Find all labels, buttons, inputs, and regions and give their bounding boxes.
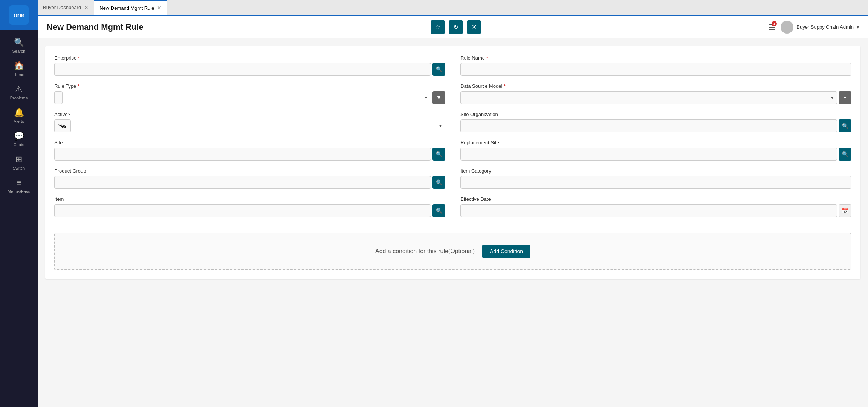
site-input-row: 🔍	[54, 148, 445, 161]
sidebar: one 🔍 Search 🏠 Home ⚠ Problems 🔔 Alerts …	[0, 0, 38, 407]
condition-prompt: Add a condition for this rule(Optional)	[375, 248, 475, 255]
rule-name-group: Rule Name *	[460, 55, 851, 76]
site-input[interactable]	[54, 148, 431, 161]
warning-icon: ⚠	[15, 84, 23, 94]
bell-icon: 🔔	[14, 108, 24, 118]
avatar	[781, 21, 793, 34]
replacement-site-group: Replacement Site 🔍	[460, 140, 851, 161]
effective-date-group: Effective Date 📅	[460, 196, 851, 217]
site-org-input-row: 🔍	[460, 119, 851, 132]
replacement-site-input-row: 🔍	[460, 148, 851, 161]
item-label: Item	[54, 196, 445, 202]
data-source-label: Data Source Model *	[460, 83, 851, 89]
sidebar-item-search[interactable]: 🔍 Search	[0, 34, 38, 57]
active-select-wrapper: Yes No	[54, 119, 445, 132]
condition-section: Add a condition for this rule(Optional) …	[54, 233, 851, 270]
site-search-button[interactable]: 🔍	[432, 148, 445, 161]
sidebar-item-home[interactable]: 🏠 Home	[0, 57, 38, 81]
close-tab-buyer-icon[interactable]: ✕	[84, 5, 89, 11]
product-group-group: Product Group 🔍	[54, 168, 445, 189]
close-button[interactable]: ✕	[467, 20, 481, 34]
home-icon: 🏠	[14, 61, 24, 71]
rule-type-select-wrapper	[54, 91, 431, 104]
product-group-search-button[interactable]: 🔍	[432, 176, 445, 189]
calendar-button[interactable]: 📅	[839, 204, 851, 217]
site-org-search-button[interactable]: 🔍	[839, 119, 851, 132]
header-bar: New Demand Mgmt Rule ☆ ↻ ✕ ☰ 1 Buyer Sup…	[38, 16, 868, 38]
form-grid: Enterprise * 🔍 Rule Name *	[54, 55, 851, 217]
enterprise-group: Enterprise * 🔍	[54, 55, 445, 76]
site-org-label: Site Organization	[460, 112, 851, 117]
form-divider	[45, 225, 860, 225]
sidebar-item-problems[interactable]: ⚠ Problems	[0, 81, 38, 104]
site-org-input[interactable]	[460, 119, 837, 132]
tab-bar: Buyer Dashboard ✕ New Demand Mgmt Rule ✕	[38, 0, 868, 16]
form-card: Enterprise * 🔍 Rule Name *	[45, 46, 860, 279]
effective-date-input-row: 📅	[460, 204, 851, 217]
item-category-label: Item Category	[460, 168, 851, 174]
user-dropdown[interactable]: Buyer Suppy Chain Admin ▾	[781, 21, 859, 34]
switch-icon: ⊞	[15, 155, 22, 164]
rule-type-input-row: ▼	[54, 91, 445, 104]
site-label: Site	[54, 140, 445, 145]
site-group: Site 🔍	[54, 140, 445, 161]
close-tab-demand-icon[interactable]: ✕	[157, 5, 162, 11]
replacement-site-label: Replacement Site	[460, 140, 851, 145]
rule-type-dropdown-button[interactable]: ▼	[432, 91, 445, 104]
rule-type-label: Rule Type *	[54, 83, 445, 89]
site-org-group: Site Organization 🔍	[460, 112, 851, 132]
logo-box: one	[9, 5, 29, 25]
active-select[interactable]: Yes No	[54, 119, 71, 132]
notification-badge: 1	[772, 21, 777, 26]
product-group-input-row: 🔍	[54, 176, 445, 189]
rule-name-input[interactable]	[460, 63, 851, 76]
item-group: Item 🔍	[54, 196, 445, 217]
rule-name-label: Rule Name *	[460, 55, 851, 61]
header-actions: ☆ ↻ ✕	[431, 20, 481, 34]
data-source-select-wrapper	[460, 91, 837, 104]
item-search-button[interactable]: 🔍	[432, 204, 445, 217]
chat-icon: 💬	[14, 131, 24, 141]
menu-icon: ≡	[17, 178, 21, 188]
tab-buyer-dashboard[interactable]: Buyer Dashboard ✕	[38, 0, 94, 15]
rule-type-group: Rule Type * ▼	[54, 83, 445, 104]
chevron-down-icon: ▾	[857, 24, 859, 30]
product-group-label: Product Group	[54, 168, 445, 174]
sidebar-item-switch[interactable]: ⊞ Switch	[0, 151, 38, 174]
enterprise-input[interactable]	[54, 63, 431, 76]
rule-type-select[interactable]	[54, 91, 63, 104]
content-area: Enterprise * 🔍 Rule Name *	[38, 38, 868, 407]
tab-new-demand-mgmt[interactable]: New Demand Mgmt Rule ✕	[94, 0, 167, 15]
effective-date-label: Effective Date	[460, 196, 851, 202]
replacement-site-search-button[interactable]: 🔍	[839, 148, 851, 161]
app-logo: one	[0, 0, 38, 30]
enterprise-label: Enterprise *	[54, 55, 445, 61]
add-condition-button[interactable]: Add Condition	[482, 245, 530, 258]
page-title: New Demand Mgmt Rule	[47, 22, 144, 32]
replacement-site-input[interactable]	[460, 148, 837, 161]
enterprise-search-button[interactable]: 🔍	[432, 63, 445, 76]
user-name: Buyer Suppy Chain Admin	[796, 24, 854, 30]
sidebar-item-chats[interactable]: 💬 Chats	[0, 127, 38, 151]
refresh-button[interactable]: ↻	[449, 20, 463, 34]
product-group-input[interactable]	[54, 176, 431, 189]
item-input-row: 🔍	[54, 204, 445, 217]
sidebar-item-alerts[interactable]: 🔔 Alerts	[0, 104, 38, 127]
item-category-input[interactable]	[460, 176, 851, 189]
header-right: ☰ 1 Buyer Suppy Chain Admin ▾	[769, 21, 859, 34]
main-area: Buyer Dashboard ✕ New Demand Mgmt Rule ✕…	[38, 0, 868, 407]
item-category-group: Item Category	[460, 168, 851, 189]
item-input[interactable]	[54, 204, 431, 217]
star-button[interactable]: ☆	[431, 20, 445, 34]
active-group: Active? Yes No	[54, 112, 445, 132]
effective-date-input[interactable]	[460, 204, 837, 217]
data-source-dropdown-btn[interactable]: ▼	[839, 91, 851, 104]
notifications-button[interactable]: ☰ 1	[769, 23, 775, 32]
data-source-input-row: ▼	[460, 91, 851, 104]
data-source-select[interactable]	[460, 91, 837, 104]
sidebar-item-menus[interactable]: ≡ Menus/Favs	[0, 174, 38, 197]
data-source-group: Data Source Model * ▼	[460, 83, 851, 104]
search-icon: 🔍	[14, 38, 24, 47]
enterprise-input-row: 🔍	[54, 63, 445, 76]
active-label: Active?	[54, 112, 445, 117]
